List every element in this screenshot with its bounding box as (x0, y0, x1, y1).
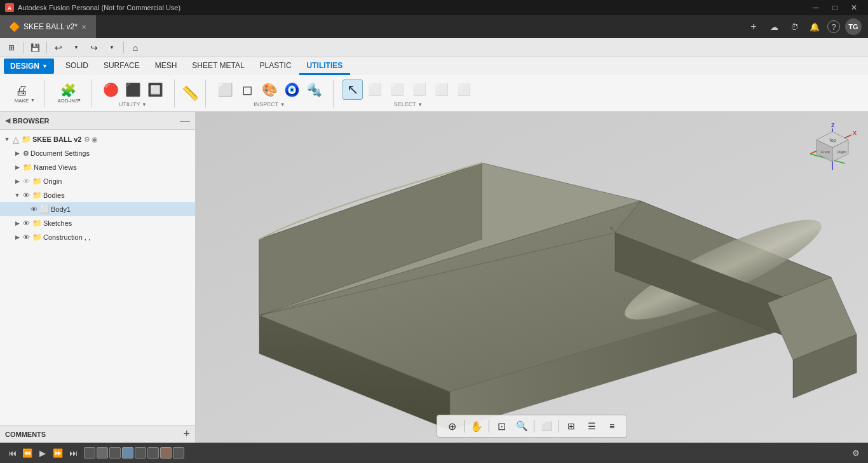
select-2-button[interactable]: ⬜ (365, 79, 385, 100)
utility-record-button[interactable]: ⬛ (123, 79, 143, 100)
tab-sheet-metal[interactable]: SHEET METAL (184, 57, 252, 75)
pan-button[interactable]: ✋ (468, 418, 485, 434)
timeline-feature-8[interactable] (173, 447, 184, 459)
utility-stop-button[interactable]: 🔴 (100, 79, 121, 100)
app-title: Autodesk Fusion Personal (Not for Commer… (18, 4, 180, 11)
close-button[interactable]: ✕ (845, 0, 863, 15)
origin-eye-icon[interactable]: 👁 (23, 177, 30, 185)
tree-item-bodies[interactable]: ▼ 👁 📁 Bodies (0, 188, 195, 202)
inspect-1-button[interactable]: ⬜ (215, 79, 235, 100)
separator (489, 420, 489, 432)
timeline-feature-4[interactable] (122, 447, 133, 459)
body1-eye-icon[interactable]: 👁 (31, 205, 37, 213)
make-button[interactable]: 🖨 MAKE ▼ (8, 83, 36, 104)
root-settings-icon[interactable]: ⚙ (84, 135, 90, 144)
doc-settings-arrow[interactable]: ▶ (13, 150, 22, 156)
browser-collapse-icon[interactable]: ◀ (5, 116, 10, 125)
look-at-button[interactable]: ⬜ (538, 418, 555, 434)
orbit-button[interactable]: ⊕ (444, 418, 460, 434)
zoom-fit-button[interactable]: ⊡ (493, 418, 510, 434)
make-group: 🖨 MAKE ▼ (4, 83, 39, 104)
redo-button[interactable]: ↪ (86, 40, 102, 55)
inspect-2-button[interactable]: ◻ (237, 79, 257, 100)
select-cursor-button[interactable]: ↖ (342, 79, 363, 100)
tab-mesh[interactable]: MESH (147, 57, 185, 75)
inspect-4-button[interactable]: 🧿 (281, 79, 302, 100)
history-button[interactable]: ⏱ (787, 19, 802, 34)
cloud-button[interactable]: ☁ (766, 19, 782, 34)
select-6-button[interactable]: ⬜ (454, 79, 474, 100)
inspect-5-button[interactable]: 🔩 (304, 79, 324, 100)
timeline-feature-3[interactable] (109, 447, 121, 459)
select-3-button[interactable]: ⬜ (387, 79, 407, 100)
maximize-button[interactable]: □ (826, 0, 844, 15)
save-button[interactable]: 💾 (27, 40, 43, 55)
tree-root[interactable]: ▼ △ 📁 SKEE BALL v2 ⚙ ◉ (0, 132, 195, 146)
timeline-feature-2[interactable] (97, 447, 108, 459)
timeline-feature-6[interactable] (147, 447, 159, 459)
timeline-settings-button[interactable]: ⚙ (849, 446, 863, 460)
tab-label: SKEE BALL v2* (24, 22, 78, 31)
add-tab-button[interactable]: + (746, 19, 761, 34)
grid-menu-button[interactable]: ⊞ (4, 40, 19, 55)
design-menu-button[interactable]: DESIGN ▼ (4, 59, 54, 74)
measure-button[interactable]: 📏 (180, 83, 200, 104)
home-button[interactable]: ⌂ (128, 40, 143, 55)
tab-utilities[interactable]: UTILITIES (299, 57, 351, 75)
tree-item-construction[interactable]: ▶ 👁 📁 Construction , , (0, 230, 195, 244)
sidebar: ◀ BROWSER — ▼ △ 📁 SKEE BALL v2 ⚙ ◉ ▶ ⚙ D… (0, 112, 196, 443)
active-tab[interactable]: 🔶 SKEE BALL v2* ✕ (0, 15, 96, 38)
root-arrow[interactable]: ▼ (3, 136, 11, 142)
undo-button[interactable]: ↩ (51, 40, 66, 55)
viewcube[interactable]: Z X Top Front Right (807, 122, 858, 173)
timeline-prev-button[interactable]: ⏪ (20, 446, 34, 460)
tree-item-sketches[interactable]: ▶ 👁 📁 Sketches (0, 216, 195, 230)
tab-plastic[interactable]: PLASTIC (252, 57, 299, 75)
named-views-arrow[interactable]: ▶ (13, 164, 22, 170)
timeline-next-button[interactable]: ⏩ (51, 446, 65, 460)
tree-item-document-settings[interactable]: ▶ ⚙ Document Settings (0, 146, 195, 160)
browser-minimize-icon[interactable]: — (180, 115, 190, 127)
timeline-first-button[interactable]: ⏮ (5, 446, 19, 460)
bodies-eye-icon[interactable]: 👁 (23, 191, 30, 199)
zoom-button[interactable]: 🔍 (513, 418, 530, 434)
tab-close-button[interactable]: ✕ (81, 24, 86, 31)
select-4-button[interactable]: ⬜ (409, 79, 430, 100)
tab-solid[interactable]: SOLID (58, 57, 96, 75)
construction-eye-icon[interactable]: 👁 (23, 233, 30, 241)
tree-item-body1[interactable]: 👁 ⬜ Body1 (0, 202, 195, 216)
timeline-feature-7[interactable] (160, 447, 172, 459)
sketches-arrow[interactable]: ▶ (13, 220, 22, 226)
bodies-arrow[interactable]: ▼ (13, 192, 22, 198)
timeline-last-button[interactable]: ⏭ (66, 446, 80, 460)
timeline-play-button[interactable]: ▶ (36, 446, 50, 460)
display-settings-button[interactable]: ☰ (583, 418, 600, 434)
construction-arrow[interactable]: ▶ (13, 234, 22, 240)
inspect-3-button[interactable]: 🎨 (259, 79, 280, 100)
redo-dropdown[interactable]: ▼ (104, 40, 119, 55)
notification-button[interactable]: 🔔 (807, 19, 822, 34)
utility-grid-button[interactable]: 🔲 (145, 79, 165, 100)
user-button[interactable]: TG (845, 18, 862, 35)
origin-arrow[interactable]: ▶ (13, 178, 22, 184)
grid-toggle-button[interactable]: ⊞ (563, 418, 580, 434)
root-visibility-icon[interactable]: △ (13, 135, 19, 144)
comments-bar: COMMENTS + (0, 425, 195, 443)
undo-dropdown[interactable]: ▼ (69, 40, 84, 55)
viewport[interactable]: ↖ ⊕ ✋ ⊡ 🔍 ⬜ ⊞ ☰ ≡ (196, 112, 868, 443)
select-5-button[interactable]: ⬜ (431, 79, 452, 100)
root-radio-icon[interactable]: ◉ (92, 135, 98, 144)
timeline-feature-5[interactable] (135, 447, 146, 459)
tree-item-origin[interactable]: ▶ 👁 📁 Origin (0, 174, 195, 188)
main-area: ◀ BROWSER — ▼ △ 📁 SKEE BALL v2 ⚙ ◉ ▶ ⚙ D… (0, 112, 868, 443)
tab-surface[interactable]: SURFACE (96, 57, 147, 75)
comments-add-button[interactable]: + (183, 427, 190, 441)
minimize-button[interactable]: ─ (807, 0, 825, 15)
help-button[interactable]: ? (827, 20, 840, 33)
sketches-eye-icon[interactable]: 👁 (23, 219, 30, 227)
timeline-feature-1[interactable] (84, 447, 95, 459)
tree-item-named-views[interactable]: ▶ 📁 Named Views (0, 160, 195, 174)
root-folder-icon: 📁 (22, 135, 31, 144)
view-options-button[interactable]: ≡ (604, 418, 620, 434)
addins-button[interactable]: 🧩 ADD-INS ▼ (54, 83, 82, 104)
